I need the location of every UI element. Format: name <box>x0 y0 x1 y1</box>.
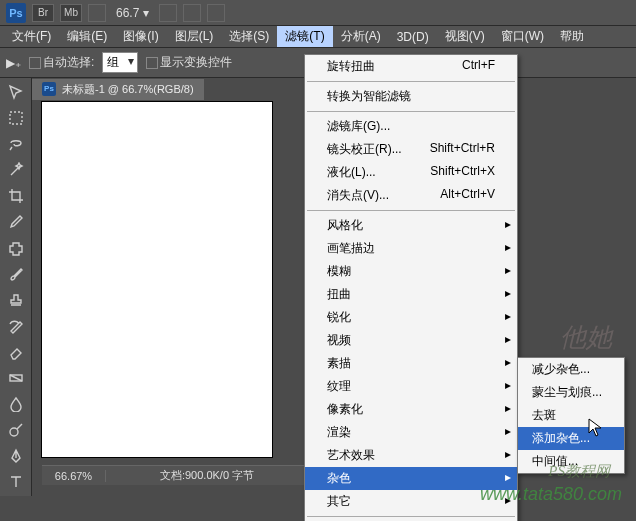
filter-smart[interactable]: 转换为智能滤镜 <box>305 85 517 108</box>
pen-tool[interactable] <box>5 446 27 466</box>
menu-separator <box>307 81 515 82</box>
menu-3d[interactable]: 3D(D) <box>389 28 437 46</box>
menu-separator <box>307 111 515 112</box>
label: 去斑 <box>532 407 556 424</box>
filter-brushstrokes[interactable]: 画笔描边 <box>305 237 517 260</box>
filter-gallery[interactable]: 滤镜库(G)... <box>305 115 517 138</box>
gradient-tool[interactable] <box>5 368 27 388</box>
view-extras-icon[interactable] <box>88 4 106 22</box>
stamp-tool[interactable] <box>5 290 27 310</box>
status-zoom[interactable]: 66.67% <box>42 470 106 482</box>
main-menubar: 文件(F) 编辑(E) 图像(I) 图层(L) 选择(S) 滤镜(T) 分析(A… <box>0 26 636 48</box>
watermark-brand: 他她 <box>560 320 612 355</box>
label: 模糊 <box>327 263 351 280</box>
show-transform-label: 显示变换控件 <box>160 55 232 69</box>
filter-video[interactable]: 视频 <box>305 329 517 352</box>
label: 滤镜库(G)... <box>327 118 390 135</box>
filter-smart-label: 转换为智能滤镜 <box>327 88 411 105</box>
menu-filter[interactable]: 滤镜(T) <box>277 26 332 47</box>
filter-last[interactable]: 旋转扭曲 Ctrl+F <box>305 55 517 78</box>
noise-despeckle[interactable]: 去斑 <box>518 404 624 427</box>
blur-tool[interactable] <box>5 394 27 414</box>
auto-select-label: 自动选择: <box>43 55 94 69</box>
label: 杂色 <box>327 470 351 487</box>
filter-liquify[interactable]: 液化(L)...Shift+Ctrl+X <box>305 161 517 184</box>
eyedropper-tool[interactable] <box>5 212 27 232</box>
history-brush-tool[interactable] <box>5 316 27 336</box>
label: 锐化 <box>327 309 351 326</box>
hand-tool-icon[interactable] <box>159 4 177 22</box>
crop-tool[interactable] <box>5 186 27 206</box>
label: 液化(L)... <box>327 164 376 181</box>
eraser-tool[interactable] <box>5 342 27 362</box>
filter-texture[interactable]: 纹理 <box>305 375 517 398</box>
filter-stylize[interactable]: 风格化 <box>305 214 517 237</box>
type-tool[interactable] <box>5 472 27 492</box>
status-doc-size: 文档:900.0K/0 字节 <box>106 468 308 483</box>
filter-blur[interactable]: 模糊 <box>305 260 517 283</box>
lasso-tool[interactable] <box>5 134 27 154</box>
label: 素描 <box>327 355 351 372</box>
menu-separator <box>307 210 515 211</box>
show-transform-checkbox[interactable] <box>146 57 158 69</box>
minibridge-button[interactable]: Mb <box>60 4 82 22</box>
shortcut: Shift+Ctrl+R <box>430 141 495 158</box>
noise-reduce[interactable]: 减少杂色... <box>518 358 624 381</box>
move-tool[interactable] <box>5 82 27 102</box>
label: 视频 <box>327 332 351 349</box>
filter-distort[interactable]: 扭曲 <box>305 283 517 306</box>
menu-file[interactable]: 文件(F) <box>4 26 59 47</box>
document-tab[interactable]: Ps 未标题-1 @ 66.7%(RGB/8) <box>32 79 204 100</box>
noise-dust[interactable]: 蒙尘与划痕... <box>518 381 624 404</box>
status-bar: 66.67% 文档:900.0K/0 字节 ▸ <box>42 465 322 485</box>
filter-sketch[interactable]: 素描 <box>305 352 517 375</box>
menu-image[interactable]: 图像(I) <box>115 26 166 47</box>
healing-tool[interactable] <box>5 238 27 258</box>
filter-lens[interactable]: 镜头校正(R)...Shift+Ctrl+R <box>305 138 517 161</box>
menu-select[interactable]: 选择(S) <box>221 26 277 47</box>
filter-artistic[interactable]: 艺术效果 <box>305 444 517 467</box>
menu-help[interactable]: 帮助 <box>552 26 592 47</box>
filter-sharpen[interactable]: 锐化 <box>305 306 517 329</box>
auto-select-target-combo[interactable]: 组 <box>102 52 138 73</box>
filter-last-label: 旋转扭曲 <box>327 58 375 75</box>
noise-add[interactable]: 添加杂色... <box>518 427 624 450</box>
noise-submenu: 减少杂色... 蒙尘与划痕... 去斑 添加杂色... 中间值... <box>517 357 625 474</box>
toolbox <box>0 78 32 496</box>
zoom-level[interactable]: 66.7 ▾ <box>112 6 153 20</box>
watermark-site: PS教程网 <box>548 462 610 481</box>
zoom-value: 66.7 <box>116 6 139 20</box>
app-top-toolbar: Ps Br Mb 66.7 ▾ <box>0 0 636 26</box>
menu-separator <box>307 516 515 517</box>
svg-point-2 <box>10 428 18 436</box>
label: 扭曲 <box>327 286 351 303</box>
marquee-tool[interactable] <box>5 108 27 128</box>
arrange-docs-icon[interactable] <box>183 4 201 22</box>
filter-pixelate[interactable]: 像素化 <box>305 398 517 421</box>
label: 像素化 <box>327 401 363 418</box>
label: 渲染 <box>327 424 351 441</box>
doc-icon: Ps <box>42 82 56 96</box>
menu-edit[interactable]: 编辑(E) <box>59 26 115 47</box>
wand-tool[interactable] <box>5 160 27 180</box>
canvas[interactable] <box>42 102 272 457</box>
label: 蒙尘与划痕... <box>532 384 602 401</box>
label: 消失点(V)... <box>327 187 389 204</box>
filter-vanishing[interactable]: 消失点(V)...Alt+Ctrl+V <box>305 184 517 207</box>
screen-mode-icon[interactable] <box>207 4 225 22</box>
menu-layer[interactable]: 图层(L) <box>167 26 222 47</box>
bridge-button[interactable]: Br <box>32 4 54 22</box>
app-logo: Ps <box>6 3 26 23</box>
shortcut: Shift+Ctrl+X <box>430 164 495 181</box>
menu-analysis[interactable]: 分析(A) <box>333 26 389 47</box>
auto-select-checkbox[interactable] <box>29 57 41 69</box>
label: 添加杂色... <box>532 430 590 447</box>
menu-window[interactable]: 窗口(W) <box>493 26 552 47</box>
filter-last-shortcut: Ctrl+F <box>462 58 495 75</box>
dodge-tool[interactable] <box>5 420 27 440</box>
brush-tool[interactable] <box>5 264 27 284</box>
watermark-url: www.tata580.com <box>480 484 622 505</box>
shortcut: Alt+Ctrl+V <box>440 187 495 204</box>
filter-render[interactable]: 渲染 <box>305 421 517 444</box>
menu-view[interactable]: 视图(V) <box>437 26 493 47</box>
